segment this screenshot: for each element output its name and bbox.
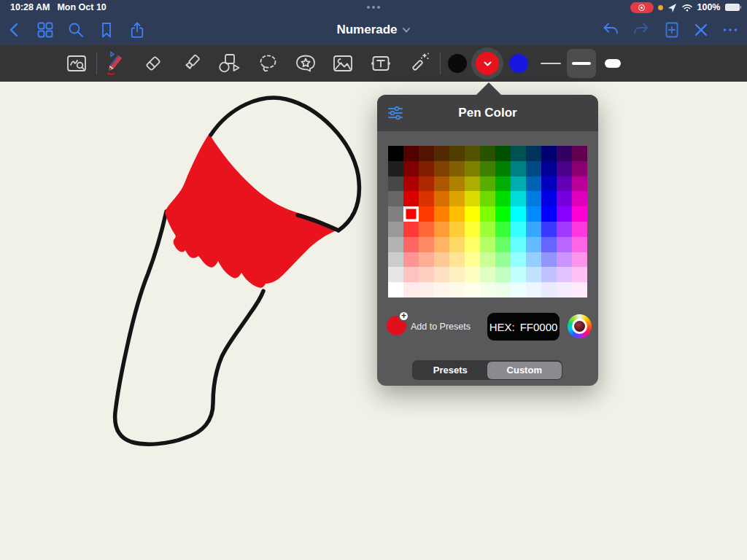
color-swatch[interactable]: [449, 267, 465, 282]
color-swatch[interactable]: [465, 267, 480, 282]
color-swatch[interactable]: [557, 161, 572, 176]
color-swatch[interactable]: [480, 191, 495, 206]
color-swatch[interactable]: [541, 191, 557, 206]
color-swatch[interactable]: [434, 237, 449, 252]
color-swatch[interactable]: [572, 237, 587, 252]
color-swatch[interactable]: [541, 161, 557, 176]
color-swatch[interactable]: [403, 282, 419, 298]
color-swatch[interactable]: [526, 191, 541, 206]
color-swatch[interactable]: [541, 282, 557, 298]
color-swatch-black[interactable]: [448, 54, 467, 73]
color-swatch[interactable]: [465, 206, 480, 222]
highlighter-tool[interactable]: [179, 51, 204, 76]
color-swatch[interactable]: [495, 191, 511, 206]
magic-wand-tool[interactable]: [407, 51, 432, 76]
image-tool[interactable]: [330, 51, 355, 76]
color-swatch[interactable]: [495, 237, 511, 252]
color-swatch[interactable]: [526, 146, 541, 161]
color-swatch[interactable]: [572, 252, 587, 268]
color-swatch[interactable]: [465, 191, 480, 206]
color-wheel-button[interactable]: [568, 314, 592, 338]
color-swatch[interactable]: [526, 267, 541, 282]
color-swatch[interactable]: [557, 252, 572, 268]
color-swatch[interactable]: [403, 161, 419, 176]
color-swatch[interactable]: [541, 222, 557, 237]
color-swatch[interactable]: [434, 252, 449, 268]
color-swatch[interactable]: [434, 282, 449, 298]
color-swatch[interactable]: [403, 206, 419, 222]
color-swatch[interactable]: [511, 161, 526, 176]
color-swatch[interactable]: [449, 222, 465, 237]
color-swatch[interactable]: [557, 176, 572, 192]
stroke-width-thin[interactable]: [541, 63, 561, 64]
color-swatch[interactable]: [465, 146, 480, 161]
color-swatch[interactable]: [541, 176, 557, 192]
color-swatch[interactable]: [419, 161, 434, 176]
color-swatch[interactable]: [557, 267, 572, 282]
color-swatch[interactable]: [572, 267, 587, 282]
color-swatch[interactable]: [572, 206, 587, 222]
color-swatch[interactable]: [511, 267, 526, 282]
color-swatch[interactable]: [526, 282, 541, 298]
color-swatch[interactable]: [419, 282, 434, 298]
color-swatch[interactable]: [511, 252, 526, 268]
color-swatch[interactable]: [541, 237, 557, 252]
color-swatch[interactable]: [526, 176, 541, 192]
color-swatch[interactable]: [480, 267, 495, 282]
color-swatch[interactable]: [511, 206, 526, 222]
color-swatch[interactable]: [434, 267, 449, 282]
color-swatch[interactable]: [526, 252, 541, 268]
pen-tool[interactable]: [102, 51, 127, 76]
color-swatch[interactable]: [480, 252, 495, 268]
color-swatch[interactable]: [419, 237, 434, 252]
more-options-button[interactable]: [721, 20, 740, 39]
color-swatch[interactable]: [541, 252, 557, 268]
drawing-canvas[interactable]: [0, 82, 747, 560]
color-swatch[interactable]: [495, 267, 511, 282]
tab-presets[interactable]: Presets: [414, 362, 488, 379]
color-swatch[interactable]: [557, 222, 572, 237]
color-swatch[interactable]: [465, 237, 480, 252]
color-swatch[interactable]: [480, 222, 495, 237]
color-swatch[interactable]: [449, 237, 465, 252]
color-swatch[interactable]: [541, 206, 557, 222]
color-swatch-red-selected[interactable]: [471, 47, 503, 79]
color-swatch[interactable]: [434, 206, 449, 222]
color-swatch[interactable]: [449, 282, 465, 298]
color-swatch[interactable]: [480, 176, 495, 192]
color-swatch[interactable]: [388, 176, 403, 192]
color-swatch[interactable]: [572, 222, 587, 237]
color-swatch[interactable]: [449, 191, 465, 206]
color-swatch[interactable]: [419, 252, 434, 268]
color-swatch[interactable]: [511, 222, 526, 237]
color-swatch[interactable]: [511, 237, 526, 252]
color-swatch[interactable]: [526, 206, 541, 222]
screen-record-indicator[interactable]: [630, 2, 654, 13]
color-swatch[interactable]: [572, 191, 587, 206]
color-swatch[interactable]: [557, 191, 572, 206]
color-swatch[interactable]: [434, 161, 449, 176]
zoom-window-tool[interactable]: [64, 51, 89, 76]
color-swatch[interactable]: [572, 176, 587, 192]
color-swatch[interactable]: [449, 176, 465, 192]
color-swatch[interactable]: [449, 252, 465, 268]
color-swatch[interactable]: [465, 282, 480, 298]
color-swatch[interactable]: [419, 222, 434, 237]
color-swatch[interactable]: [388, 191, 403, 206]
color-swatch[interactable]: [419, 267, 434, 282]
stroke-width-thick[interactable]: [605, 59, 621, 68]
color-swatch[interactable]: [449, 146, 465, 161]
shapes-tool[interactable]: [217, 51, 241, 76]
eraser-tool[interactable]: [141, 51, 166, 76]
color-swatch[interactable]: [572, 161, 587, 176]
color-swatch[interactable]: [388, 267, 403, 282]
color-swatch[interactable]: [480, 161, 495, 176]
color-swatch[interactable]: [572, 282, 587, 298]
color-swatch[interactable]: [419, 146, 434, 161]
color-swatch[interactable]: [541, 267, 557, 282]
color-swatch[interactable]: [557, 237, 572, 252]
color-swatch[interactable]: [419, 191, 434, 206]
color-swatch-blue[interactable]: [509, 54, 528, 73]
color-swatch[interactable]: [419, 176, 434, 192]
color-swatch[interactable]: [495, 176, 511, 192]
